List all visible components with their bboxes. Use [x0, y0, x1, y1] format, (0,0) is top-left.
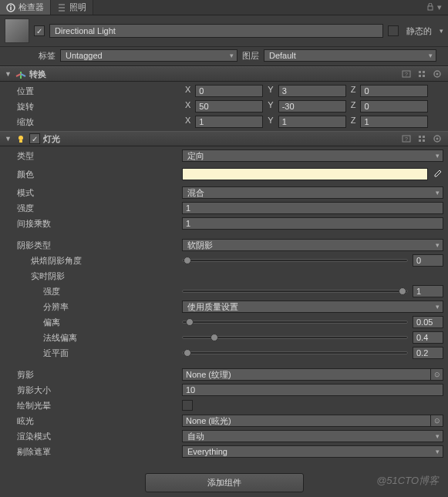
rt-bias-value[interactable] — [413, 316, 443, 328]
lighting-icon — [57, 3, 66, 12]
position-z[interactable] — [360, 85, 428, 97]
rt-normal-slider[interactable] — [182, 336, 408, 339]
culling-label: 剔除遮罩 — [17, 446, 182, 458]
svg-point-1 — [10, 5, 12, 6]
indirect-input[interactable] — [182, 217, 443, 230]
light-icon — [15, 133, 26, 144]
scale-y[interactable] — [278, 116, 346, 128]
cookie-size-input[interactable] — [182, 384, 443, 396]
scale-label: 缩放 — [17, 116, 182, 128]
preset-icon[interactable] — [416, 133, 428, 144]
scale-row: 缩放 X Y Z — [0, 114, 448, 129]
static-label: 静态的 — [403, 25, 435, 37]
rt-res-dropdown[interactable]: 使用质量设置 — [182, 301, 443, 313]
rt-near-slider[interactable] — [182, 351, 408, 354]
flare-label: 眩光 — [17, 415, 182, 427]
svg-rect-9 — [419, 71, 421, 73]
gear-icon[interactable] — [431, 69, 443, 79]
svg-rect-21 — [423, 139, 425, 142]
cookie-label: 剪影 — [17, 369, 182, 381]
svg-point-14 — [436, 73, 439, 76]
cookie-field[interactable]: None (纹理) — [182, 368, 431, 381]
static-checkbox[interactable] — [388, 25, 399, 36]
help-icon[interactable]: ? — [400, 133, 413, 144]
eyedropper-icon[interactable] — [431, 168, 443, 180]
rt-normal-value[interactable] — [413, 331, 443, 344]
render-mode-dropdown[interactable]: 自动 — [182, 430, 443, 442]
transform-header[interactable]: ▼ 转换 ? — [0, 66, 448, 82]
position-x[interactable] — [195, 85, 263, 97]
svg-rect-2 — [10, 7, 12, 10]
gameobject-header: ✓ 静态的 ▾ — [0, 15, 448, 47]
light-enabled-checkbox[interactable]: ✓ — [29, 133, 40, 144]
svg-rect-10 — [423, 71, 425, 73]
scale-x[interactable] — [195, 116, 263, 128]
rotation-x[interactable] — [195, 100, 263, 112]
tab-lighting[interactable]: 照明 — [51, 0, 93, 15]
indirect-label: 间接乘数 — [17, 218, 182, 230]
object-picker-icon[interactable]: ⊙ — [431, 415, 443, 427]
rt-strength-label: 强度 — [43, 286, 182, 297]
type-dropdown[interactable]: 定向 — [182, 149, 443, 162]
rt-strength-slider[interactable] — [182, 290, 408, 293]
shadow-type-dropdown[interactable]: 软阴影 — [182, 239, 443, 251]
layer-dropdown[interactable]: Default — [264, 49, 436, 62]
transform-icon — [15, 69, 26, 79]
tab-inspector[interactable]: 检查器 — [0, 0, 51, 15]
color-label: 颜色 — [17, 169, 182, 180]
rotation-label: 旋转 — [17, 101, 182, 112]
light-header[interactable]: ▼ ✓ 灯光 ? — [0, 131, 448, 146]
position-label: 位置 — [17, 86, 182, 97]
scale-z[interactable] — [360, 116, 428, 128]
chevron-down-icon: ▼ — [5, 135, 12, 143]
halo-label: 绘制光晕 — [17, 400, 182, 411]
baked-angle-value[interactable] — [413, 254, 443, 267]
position-y[interactable] — [278, 85, 346, 97]
rt-near-label: 近平面 — [43, 348, 182, 359]
lock-icon[interactable] — [426, 3, 434, 12]
culling-dropdown[interactable]: Everything — [182, 445, 443, 458]
intensity-input[interactable] — [182, 202, 443, 214]
rt-res-label: 分辨率 — [43, 301, 182, 313]
preset-icon[interactable] — [416, 69, 428, 79]
svg-rect-11 — [419, 75, 421, 77]
transform-title: 转换 — [29, 69, 46, 80]
rt-near-value[interactable] — [413, 347, 443, 359]
svg-rect-3 — [428, 6, 433, 10]
gameobject-icon[interactable] — [5, 18, 29, 43]
rt-normal-label: 法线偏离 — [43, 332, 182, 344]
baked-angle-slider[interactable] — [182, 259, 408, 262]
gear-icon[interactable] — [431, 133, 443, 144]
inspector-tabs: 检查器 照明 ▾ — [0, 0, 448, 15]
rt-strength-value[interactable] — [413, 285, 443, 297]
active-checkbox[interactable]: ✓ — [34, 25, 45, 36]
info-icon — [6, 3, 15, 12]
static-dropdown-icon[interactable]: ▾ — [440, 27, 443, 35]
gameobject-name-input[interactable] — [49, 24, 383, 38]
tag-dropdown[interactable]: Untagged — [60, 49, 237, 62]
svg-rect-20 — [419, 139, 421, 142]
object-picker-icon[interactable]: ⊙ — [431, 368, 443, 381]
rotation-y[interactable] — [278, 100, 346, 112]
svg-text:?: ? — [405, 136, 408, 142]
svg-rect-18 — [419, 136, 421, 138]
rotation-z[interactable] — [360, 100, 428, 112]
tag-layer-row: 标签 Untagged 图层 Default — [0, 47, 448, 66]
svg-point-15 — [19, 136, 23, 140]
add-component-button[interactable]: 添加组件 — [145, 473, 304, 492]
mode-label: 模式 — [17, 187, 182, 199]
color-swatch[interactable] — [182, 168, 428, 180]
light-title: 灯光 — [43, 133, 60, 145]
mode-dropdown[interactable]: 混合 — [182, 186, 443, 199]
rt-bias-slider[interactable] — [182, 321, 408, 324]
transform-props: 位置 X Y Z 旋转 X Y Z 缩放 X Y Z — [0, 82, 448, 131]
help-icon[interactable]: ? — [400, 69, 413, 79]
halo-checkbox[interactable] — [182, 400, 193, 411]
tag-label: 标签 — [39, 50, 56, 62]
svg-point-23 — [436, 138, 439, 140]
flare-field[interactable]: None (眩光) — [182, 415, 431, 427]
realtime-label: 实时阴影 — [31, 270, 182, 282]
tab-inspector-label: 检查器 — [19, 2, 44, 13]
rt-bias-label: 偏离 — [43, 317, 182, 328]
context-menu-icon[interactable]: ▾ — [437, 2, 442, 12]
